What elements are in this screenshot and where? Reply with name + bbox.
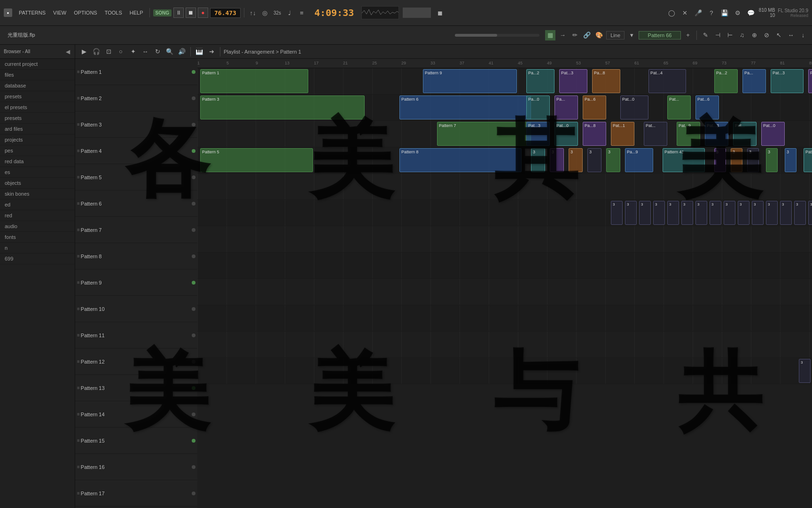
browser-item-ard-files[interactable]: ard files <box>0 124 75 135</box>
block-track2-7[interactable]: Pat...6 <box>695 95 719 119</box>
paint-icon[interactable]: 🎨 <box>594 30 604 40</box>
track-row-4[interactable]: Pattern 5Pattern 833333Pa...9Pattern 413… <box>197 147 812 174</box>
block-track2-3[interactable]: Pa... <box>554 95 578 119</box>
arrow-right-icon[interactable]: → <box>557 30 568 40</box>
repeat-block-4[interactable]: 3 <box>667 201 679 225</box>
stop-button[interactable]: ⏹ <box>186 8 196 18</box>
repeat-block-11[interactable]: 3 <box>766 201 778 225</box>
repeat-block-9[interactable]: 3 <box>738 201 750 225</box>
block-track3-2[interactable]: Pat...0 <box>554 122 578 146</box>
track-header-12[interactable]: ≡Pattern 12 <box>75 349 197 375</box>
help-icon[interactable]: ? <box>706 8 717 18</box>
block-track4-14[interactable]: Pat...1 <box>804 148 812 172</box>
block-track4-0[interactable]: Pattern 5 <box>200 148 313 172</box>
track-header-13[interactable]: ≡Pattern 13 <box>75 375 197 401</box>
browser-item-presets2[interactable]: presets <box>0 113 75 124</box>
steps-icon[interactable]: 32s <box>272 8 282 18</box>
block-track3-4[interactable]: Pat...1 <box>611 122 634 146</box>
menu-patterns[interactable]: PATTERNS <box>16 9 48 16</box>
song-badge[interactable]: SONG <box>153 9 172 16</box>
merge-icon[interactable]: ⊢ <box>725 30 735 40</box>
repeat-block-7[interactable]: 3 <box>710 201 721 225</box>
block-track1-4[interactable]: Pa...8 <box>592 69 620 93</box>
track-row-1[interactable]: Pattern 1Pattern 9Pa...2Pat...3Pa...8Pat… <box>197 68 812 95</box>
track-header-16[interactable]: ≡Pattern 16 <box>75 454 197 480</box>
headphone-icon[interactable]: 🎧 <box>91 47 102 57</box>
track-header-10[interactable]: ≡Pattern 10 <box>75 296 197 322</box>
block-track1-0[interactable]: Pattern 1 <box>200 69 308 93</box>
track-row-11[interactable] <box>197 332 812 358</box>
track-header-15[interactable]: ≡Pattern 15 <box>75 428 197 454</box>
browser-item-fonts[interactable]: fonts <box>0 232 75 243</box>
edit-icon[interactable]: ✎ <box>700 30 710 40</box>
block-track3-6[interactable]: Pat...9 <box>677 122 700 146</box>
playlist-grid-icon[interactable]: ▦ <box>545 30 555 40</box>
track-row-2[interactable]: Pattern 3Pattern 6Pa...0Pa...Pa...6Pat..… <box>197 95 812 121</box>
block-track1-8[interactable]: Pat...3 <box>771 69 804 93</box>
browser-item-files[interactable]: files <box>0 70 75 80</box>
repeat-block-12[interactable]: 3 <box>780 201 792 225</box>
block-track3-9[interactable]: Pat...0 <box>761 122 785 146</box>
line-arrow-icon[interactable]: ▾ <box>626 30 637 40</box>
track-icon[interactable]: ≡ <box>297 8 307 18</box>
browser-item-projects[interactable]: projects <box>0 135 75 145</box>
playlist-nav-icon[interactable]: ▶ <box>79 47 89 57</box>
repeat-block-6[interactable]: 3 <box>695 201 707 225</box>
browser-item-pes[interactable]: pes <box>0 145 75 156</box>
block-track2-5[interactable]: Pat...0 <box>620 95 648 119</box>
block-track2-0[interactable]: Pattern 3 <box>200 95 365 119</box>
repeat-block-13[interactable]: 3 <box>794 201 806 225</box>
block-track3-0[interactable]: Pattern 7 <box>437 122 531 146</box>
tool3-icon[interactable]: ✦ <box>128 47 138 57</box>
block-track1-5[interactable]: Pat...4 <box>648 69 686 93</box>
block-track4-1[interactable]: Pattern 8 <box>399 148 522 172</box>
block-track1-2[interactable]: Pa...2 <box>526 69 554 93</box>
track-header-4[interactable]: ≡Pattern 4 <box>75 138 197 164</box>
block-track1-6[interactable]: Pa...2 <box>714 69 738 93</box>
repeat-block-10[interactable]: 3 <box>752 201 764 225</box>
pencil-icon[interactable]: ✏ <box>570 30 580 40</box>
track-row-12[interactable]: 3333 <box>197 358 812 384</box>
block-track1-1[interactable]: Pattern 9 <box>423 69 517 93</box>
block-track3-5[interactable]: Pat... <box>644 122 667 146</box>
download-icon[interactable]: ↓ <box>798 30 808 40</box>
pause-button[interactable]: ⏸ <box>173 8 184 18</box>
repeat-block-5[interactable]: 3 <box>681 201 693 225</box>
block-track4-5[interactable]: 3 <box>587 148 601 172</box>
volume-icon[interactable]: ◎ <box>260 8 270 18</box>
mute-icon[interactable]: ◼ <box>435 8 445 18</box>
block-track2-1[interactable]: Pattern 6 <box>399 95 531 119</box>
filter-icon[interactable]: ⊘ <box>761 30 772 40</box>
playlist-main[interactable]: 1591317212529333741454953576165697377818… <box>197 59 812 508</box>
block-track1-7[interactable]: Pa... <box>742 69 766 93</box>
split-icon[interactable]: ⊣ <box>712 30 723 40</box>
browser-item-es[interactable]: es <box>0 167 75 178</box>
close-icon[interactable]: ✕ <box>680 8 690 18</box>
block-track4-9[interactable]: 3 <box>714 148 726 172</box>
record-button[interactable]: ● <box>198 8 208 18</box>
timeline-slider[interactable] <box>455 34 539 37</box>
browser-item-n[interactable]: n <box>0 243 75 254</box>
track-header-3[interactable]: ≡Pattern 3 <box>75 111 197 138</box>
tool1-icon[interactable]: ⊡ <box>103 47 114 57</box>
volume2-icon[interactable]: 🔊 <box>177 47 187 57</box>
pattern-add-icon[interactable]: + <box>683 30 693 40</box>
track-header-11[interactable]: ≡Pattern 11 <box>75 322 197 349</box>
repeat-block-14[interactable]: 3 <box>808 201 812 225</box>
track-row-10[interactable] <box>197 305 812 332</box>
block-track3-3[interactable]: Pa...8 <box>583 122 606 146</box>
repeat-block-1[interactable]: 3 <box>625 201 637 225</box>
track-header-9[interactable]: ≡Pattern 9 <box>75 270 197 296</box>
block-track4-10[interactable]: 3 <box>731 148 742 172</box>
zoom-icon[interactable]: ↔ <box>786 30 796 40</box>
piano-icon[interactable]: 🎹 <box>194 47 204 57</box>
arrow2-icon[interactable]: ➜ <box>206 47 217 57</box>
browser-item-skin-bones[interactable]: skin bones <box>0 189 75 199</box>
track-header-2[interactable]: ≡Pattern 2 <box>75 85 197 111</box>
tool5-icon[interactable]: ↻ <box>152 47 163 57</box>
eq-icon[interactable]: ♫ <box>737 30 747 40</box>
browser-item-el-presets[interactable]: el presets <box>0 102 75 113</box>
cpu-icon[interactable]: ◯ <box>667 8 677 18</box>
block-track4-3[interactable]: 3 <box>550 148 564 172</box>
block-track3-8[interactable]: Pat... <box>733 122 757 146</box>
